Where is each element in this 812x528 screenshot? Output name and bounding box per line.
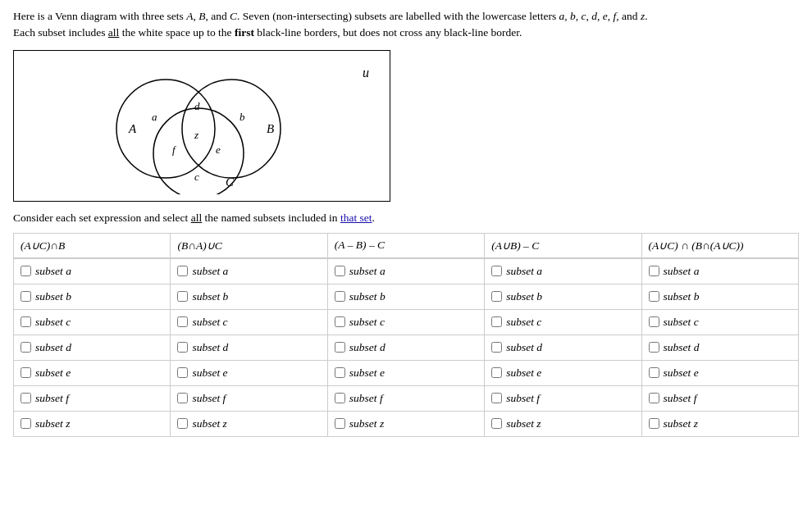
checkbox-label-col5-f[interactable]: subset f (649, 392, 791, 405)
checkbox-label-col2-d[interactable]: subset d (177, 341, 320, 354)
checkbox-col3-b[interactable] (335, 291, 345, 302)
cell-col2-c[interactable]: subset c (171, 309, 327, 335)
checkbox-col4-z[interactable] (491, 418, 502, 429)
checkbox-label-col4-a[interactable]: subset a (491, 265, 634, 278)
checkbox-col3-d[interactable] (335, 342, 345, 353)
cell-col2-d[interactable]: subset d (171, 335, 327, 360)
cell-col5-d[interactable]: subset d (641, 335, 798, 360)
checkbox-label-col3-b[interactable]: subset b (335, 290, 477, 303)
checkbox-label-col1-c[interactable]: subset c (21, 316, 163, 329)
checkbox-label-col1-b[interactable]: subset b (21, 290, 163, 303)
checkbox-label-col5-c[interactable]: subset c (649, 316, 791, 329)
checkbox-col5-e[interactable] (649, 367, 659, 378)
checkbox-label-col2-f[interactable]: subset f (177, 392, 320, 405)
checkbox-col2-c[interactable] (177, 316, 188, 327)
cell-col5-b[interactable]: subset b (641, 284, 798, 309)
cell-col4-c[interactable]: subset c (485, 309, 641, 335)
checkbox-col1-a[interactable] (21, 266, 31, 276)
checkbox-label-col3-c[interactable]: subset c (335, 316, 477, 329)
cell-col1-c[interactable]: subset c (14, 309, 171, 335)
checkbox-col3-f[interactable] (335, 393, 345, 403)
checkbox-label-col3-a[interactable]: subset a (335, 265, 477, 278)
checkbox-label-col5-z[interactable]: subset z (649, 417, 791, 430)
checkbox-label-col2-z[interactable]: subset z (177, 417, 320, 430)
checkbox-label-col4-d[interactable]: subset d (491, 341, 634, 354)
checkbox-label-col4-f[interactable]: subset f (491, 392, 634, 405)
cell-col3-d[interactable]: subset d (327, 335, 484, 360)
checkbox-label-col4-z[interactable]: subset z (491, 417, 634, 430)
checkbox-label-col3-f[interactable]: subset f (335, 392, 477, 405)
cell-col3-a[interactable]: subset a (327, 258, 484, 284)
cell-col3-z[interactable]: subset z (327, 411, 484, 436)
checkbox-label-col4-c[interactable]: subset c (491, 316, 634, 329)
cell-col2-b[interactable]: subset b (171, 284, 327, 309)
cell-col3-c[interactable]: subset c (327, 309, 484, 335)
checkbox-label-col1-f[interactable]: subset f (21, 392, 163, 405)
checkbox-col1-e[interactable] (21, 367, 31, 378)
checkbox-col2-e[interactable] (177, 367, 188, 378)
cell-col3-e[interactable]: subset e (327, 360, 484, 385)
checkbox-col2-z[interactable] (177, 418, 188, 429)
checkbox-col2-d[interactable] (177, 342, 188, 353)
checkbox-col1-f[interactable] (21, 393, 31, 403)
checkbox-label-col2-a[interactable]: subset a (177, 265, 320, 278)
checkbox-col3-a[interactable] (335, 266, 345, 276)
checkbox-col2-b[interactable] (177, 291, 188, 302)
checkbox-col3-z[interactable] (335, 418, 345, 429)
checkbox-col4-f[interactable] (491, 393, 502, 403)
checkbox-col5-b[interactable] (649, 291, 659, 302)
cell-col5-a[interactable]: subset a (641, 258, 798, 284)
cell-col3-b[interactable]: subset b (327, 284, 484, 309)
cell-col1-a[interactable]: subset a (14, 258, 171, 284)
checkbox-label-col5-d[interactable]: subset d (649, 341, 791, 354)
cell-col2-z[interactable]: subset z (171, 411, 327, 436)
cell-col1-f[interactable]: subset f (14, 385, 171, 411)
checkbox-col5-a[interactable] (649, 266, 659, 276)
checkbox-col3-e[interactable] (335, 367, 345, 378)
cell-col5-e[interactable]: subset e (641, 360, 798, 385)
cell-col5-c[interactable]: subset c (641, 309, 798, 335)
cell-col2-a[interactable]: subset a (171, 258, 327, 284)
checkbox-col1-z[interactable] (21, 418, 31, 429)
cell-col1-b[interactable]: subset b (14, 284, 171, 309)
checkbox-label-col5-b[interactable]: subset b (649, 290, 791, 303)
checkbox-label-col5-e[interactable]: subset e (649, 366, 791, 380)
checkbox-col1-d[interactable] (21, 342, 31, 353)
checkbox-label-col2-e[interactable]: subset e (177, 366, 320, 380)
checkbox-col4-a[interactable] (491, 266, 502, 276)
checkbox-col1-c[interactable] (21, 316, 31, 327)
checkbox-label-col1-d[interactable]: subset d (21, 341, 163, 354)
checkbox-label-col1-a[interactable]: subset a (21, 265, 163, 278)
cell-col1-e[interactable]: subset e (14, 360, 171, 385)
cell-col4-f[interactable]: subset f (485, 385, 641, 411)
checkbox-col5-z[interactable] (649, 418, 659, 429)
checkbox-label-col2-c[interactable]: subset c (177, 316, 320, 329)
checkbox-col4-b[interactable] (491, 291, 502, 302)
cell-col1-z[interactable]: subset z (14, 411, 171, 436)
cell-col4-b[interactable]: subset b (485, 284, 641, 309)
cell-col3-f[interactable]: subset f (327, 385, 484, 411)
checkbox-col2-a[interactable] (177, 266, 188, 276)
checkbox-label-col1-e[interactable]: subset e (21, 366, 163, 380)
cell-col5-f[interactable]: subset f (641, 385, 798, 411)
checkbox-col5-d[interactable] (649, 342, 659, 353)
cell-col4-a[interactable]: subset a (485, 258, 641, 284)
checkbox-col4-d[interactable] (491, 342, 502, 353)
checkbox-col4-e[interactable] (491, 367, 502, 378)
cell-col5-z[interactable]: subset z (641, 411, 798, 436)
checkbox-label-col3-d[interactable]: subset d (335, 341, 477, 354)
cell-col4-d[interactable]: subset d (485, 335, 641, 360)
cell-col2-f[interactable]: subset f (171, 385, 327, 411)
checkbox-col2-f[interactable] (177, 393, 188, 403)
cell-col4-z[interactable]: subset z (485, 411, 641, 436)
checkbox-label-col4-b[interactable]: subset b (491, 290, 634, 303)
checkbox-col3-c[interactable] (335, 316, 345, 327)
cell-col1-d[interactable]: subset d (14, 335, 171, 360)
cell-col4-e[interactable]: subset e (485, 360, 641, 385)
checkbox-label-col3-e[interactable]: subset e (335, 366, 477, 380)
checkbox-label-col3-z[interactable]: subset z (335, 417, 477, 430)
checkbox-col5-f[interactable] (649, 393, 659, 403)
checkbox-col1-b[interactable] (21, 291, 31, 302)
checkbox-col5-c[interactable] (649, 316, 659, 327)
checkbox-label-col2-b[interactable]: subset b (177, 290, 320, 303)
